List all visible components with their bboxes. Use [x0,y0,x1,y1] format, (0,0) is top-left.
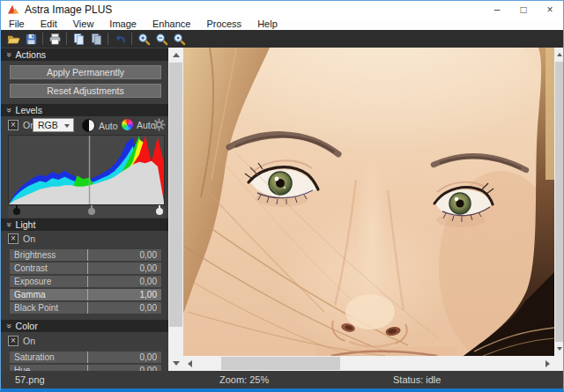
toolbar-separator [131,33,132,45]
zoom-in-button[interactable] [135,31,152,47]
hue-slider[interactable]: Hue 0,00 [10,365,161,371]
collapse-chevron-icon: » [4,52,13,57]
apply-permanently-button[interactable]: Apply Permanently [10,65,161,79]
image-canvas[interactable] [183,48,554,356]
slider-label: Brightness [14,250,56,260]
levels-slider-track[interactable] [8,206,165,218]
menu-help[interactable]: Help [249,18,286,30]
image-hscrollbar-thumb[interactable] [221,357,340,370]
image-horizontal-scrollbar[interactable] [183,356,554,371]
actions-title: Actions [16,49,46,60]
midtone-marker[interactable] [88,208,95,215]
print-button[interactable] [46,31,63,47]
panel-scrollbar[interactable] [168,48,183,371]
close-button[interactable]: × [537,1,563,18]
exposure-slider[interactable]: Exposure 0,00 [10,276,161,287]
gamma-slider[interactable]: Gamma 1,00 [10,289,161,300]
scroll-down-icon[interactable] [173,361,180,366]
save-icon [25,33,38,46]
slider-handle[interactable] [87,351,88,363]
color-on-toggle[interactable]: × On [8,336,35,346]
menu-edit[interactable]: Edit [33,18,65,30]
slider-handle[interactable] [87,365,88,371]
status-bar: 57.png Zoom: 25% Status: idle [1,371,563,389]
contrast-slider[interactable]: Contrast 0,00 [10,263,161,274]
slider-handle[interactable] [87,249,88,261]
scroll-down-icon[interactable] [557,347,562,351]
light-on-label: On [23,233,35,244]
scroll-up-icon[interactable] [173,53,180,57]
auto-color-button[interactable]: Auto [122,119,156,130]
toolbar-separator [42,33,43,45]
adjustments-panel: » Actions Apply Permanently Reset Adjust… [1,48,168,371]
auto-contrast-label: Auto [99,121,118,131]
slider-handle[interactable] [87,302,88,314]
scroll-up-icon[interactable] [557,53,562,56]
auto-contrast-icon [82,119,95,132]
checkbox-checked-icon[interactable]: × [8,120,19,130]
brightness-slider[interactable]: Brightness 0,00 [10,249,161,261]
saturation-slider[interactable]: Saturation 0,00 [10,351,161,363]
slider-value: 0,00 [140,352,157,362]
status-zoom: Zoom: 25% [219,374,269,385]
image-vertical-scrollbar[interactable] [554,48,564,356]
scroll-right-icon[interactable] [545,360,550,367]
copy-button[interactable] [70,31,87,47]
slider-label: Exposure [14,277,51,286]
zoom-out-button[interactable] [152,31,170,47]
menu-image[interactable]: Image [101,18,145,30]
image-vscrollbar-thumb[interactable] [555,62,563,342]
chevron-down-icon [64,124,70,128]
scrollbar-corner [554,356,564,371]
panel-scrollbar-thumb[interactable] [169,63,182,327]
zoom-actual-icon [173,33,186,46]
menu-enhance[interactable]: Enhance [145,18,198,30]
undo-icon [114,33,127,46]
print-icon [48,33,62,46]
zoom-actual-button[interactable] [170,31,188,47]
reset-adjustments-button[interactable]: Reset Adjustments [10,84,161,98]
checkbox-checked-icon[interactable]: × [8,233,19,244]
slider-value: 1,00 [140,290,157,300]
toolbar-separator [108,33,108,45]
open-button[interactable] [4,31,22,47]
minimize-button[interactable]: – [484,1,510,18]
maximize-button[interactable]: □ [510,1,537,18]
levels-settings-button[interactable] [152,118,166,131]
menu-view[interactable]: View [65,18,102,30]
paste-button[interactable] [87,31,105,47]
status-state: Status: idle [393,374,441,385]
auto-contrast-button[interactable]: Auto [82,119,118,132]
undo-button[interactable] [111,31,129,47]
scroll-left-icon[interactable] [188,360,192,367]
slider-value: 0,00 [140,263,157,273]
channel-select[interactable]: RGB [33,118,74,132]
color-title: Color [16,321,38,331]
slider-handle[interactable] [87,289,88,300]
app-logo-icon [7,4,19,16]
white-point-marker[interactable] [156,208,163,215]
gear-icon [152,118,166,131]
menu-file[interactable]: File [1,18,33,30]
zoom-in-icon [137,33,151,46]
window-title: Astra Image PLUS [25,4,112,16]
slider-label: Black Point [14,303,58,313]
slider-handle[interactable] [87,276,88,287]
menu-process[interactable]: Process [198,18,249,30]
section-header-color[interactable]: » Color [1,320,168,332]
section-header-actions[interactable]: » Actions [1,48,168,61]
section-header-levels[interactable]: » Levels [1,104,168,116]
black-point-marker[interactable] [13,208,20,215]
levels-controls-row: × On RGB Auto Auto [1,118,168,133]
slider-label: Gamma [14,290,46,300]
save-button[interactable] [22,31,40,47]
section-header-light[interactable]: » Light [1,218,168,231]
slider-handle[interactable] [87,263,88,274]
levels-title: Levels [16,105,42,115]
light-on-toggle[interactable]: × On [8,233,35,244]
levels-on-toggle[interactable]: × On [8,120,35,130]
color-on-label: On [23,336,35,346]
checkbox-checked-icon[interactable]: × [8,336,19,346]
black-point-slider[interactable]: Black Point 0,00 [10,302,161,314]
light-title: Light [16,219,36,230]
